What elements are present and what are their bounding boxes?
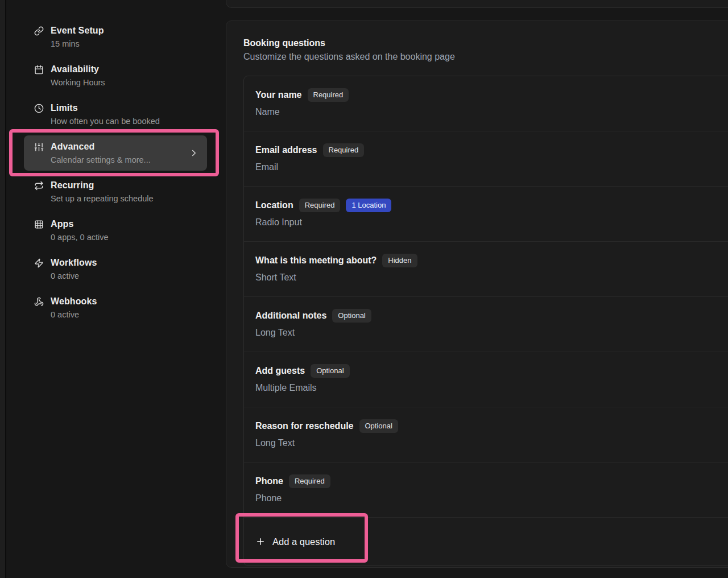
sidebar-item-workflows[interactable]: Workflows 0 active [24, 251, 207, 287]
question-row[interactable]: Email address Required Email [244, 131, 728, 187]
event-type-sidebar: Event Setup 15 mins Availability Working… [7, 0, 222, 578]
sidebar-item-label: Apps [51, 219, 73, 229]
question-label: What is this meeting about? [255, 254, 377, 267]
previous-section-card [226, 0, 728, 8]
question-status-badge: Hidden [382, 254, 417, 267]
sidebar-item-subtitle: 0 apps, 0 active [51, 231, 199, 243]
sidebar-item-label: Limits [51, 103, 78, 113]
sidebar-item-advanced[interactable]: Advanced Calendar settings & more... [24, 135, 207, 171]
add-question-button[interactable]: Add a question [255, 536, 335, 547]
question-row[interactable]: Add guests Optional Multiple Emails [244, 352, 728, 407]
sidebar-item-subtitle: 0 active [51, 270, 199, 282]
add-question-label: Add a question [272, 536, 335, 547]
sidebar-item-event-setup[interactable]: Event Setup 15 mins [24, 19, 207, 55]
question-input-type: Short Text [255, 271, 721, 284]
clock-icon [34, 104, 44, 113]
sidebar-item-availability[interactable]: Availability Working Hours [24, 58, 207, 93]
question-row-header: Location Required1 Location [255, 199, 721, 212]
sidebar-item-label: Event Setup [51, 26, 104, 35]
question-label: Phone [255, 474, 283, 488]
question-status-badge: Required [299, 199, 341, 212]
question-row[interactable]: Phone Required Phone [244, 463, 728, 518]
sidebar-item-label: Workflows [51, 258, 97, 267]
question-row[interactable]: Reason for reschedule Optional Long Text [244, 407, 728, 463]
zap-icon [34, 258, 44, 268]
sidebar-item-limits[interactable]: Limits How often you can be booked [24, 97, 207, 132]
grid-icon [34, 220, 44, 229]
question-status-badge: Required [308, 88, 349, 102]
event-type-settings-screen: Event Setup 15 mins Availability Working… [0, 0, 728, 578]
question-row-header: What is this meeting about? Hidden [255, 254, 721, 267]
question-rows-container: Your name Required Name Email address Re… [244, 76, 728, 518]
repeat-icon [34, 181, 44, 191]
sidebar-nav: Event Setup 15 mins Availability Working… [24, 19, 207, 325]
page-left-edge [0, 0, 6, 578]
sidebar-item-recurring[interactable]: Recurring Set up a repeating schedule [24, 174, 207, 209]
webhook-icon [34, 297, 44, 307]
question-label: Add guests [255, 364, 305, 378]
question-row[interactable]: Your name Required Name [244, 76, 728, 131]
sidebar-item-apps[interactable]: Apps 0 apps, 0 active [24, 213, 207, 248]
question-status-badge: Required [323, 143, 365, 157]
question-status-badge: Optional [332, 309, 371, 323]
sidebar-item-webhooks[interactable]: Webhooks 0 active [24, 290, 207, 325]
question-label: Additional notes [255, 309, 326, 323]
question-input-type: Long Text [255, 436, 721, 450]
question-row-header: Your name Required [255, 88, 721, 102]
question-label: Reason for reschedule [255, 419, 354, 433]
sliders-icon [34, 142, 44, 152]
question-status-badge: Optional [359, 419, 398, 433]
sidebar-item-subtitle: 15 mins [51, 38, 199, 50]
question-row-header: Email address Required [255, 143, 721, 157]
sidebar-item-label: Availability [51, 64, 99, 74]
question-row-header: Reason for reschedule Optional [255, 419, 721, 433]
question-row[interactable]: Additional notes Optional Long Text [244, 297, 728, 352]
question-input-type: Multiple Emails [255, 381, 721, 395]
question-input-type: Email [255, 160, 721, 174]
question-input-type: Name [255, 105, 721, 119]
sidebar-item-label: Webhooks [51, 296, 97, 306]
sidebar-item-label: Advanced [51, 142, 94, 151]
question-row[interactable]: What is this meeting about? Hidden Short… [244, 242, 728, 297]
question-input-type: Phone [255, 492, 721, 505]
question-label: Location [255, 199, 293, 212]
location-count-badge: 1 Location [346, 199, 391, 212]
plus-icon [255, 536, 266, 547]
question-input-type: Radio Input [255, 216, 721, 229]
sidebar-item-subtitle: Working Hours [51, 76, 199, 89]
chevron-right-icon [189, 148, 199, 158]
question-row-header: Add guests Optional [255, 364, 721, 378]
question-input-type: Long Text [255, 326, 721, 340]
calendar-icon [34, 65, 44, 75]
question-row[interactable]: Location Required1 Location Radio Input [244, 187, 728, 242]
question-row-header: Phone Required [255, 474, 721, 488]
sidebar-item-subtitle: Set up a repeating schedule [51, 192, 199, 205]
question-list-footer: Add a question [244, 518, 728, 565]
question-list: Your name Required Name Email address Re… [243, 76, 728, 566]
question-label: Your name [255, 88, 302, 102]
question-status-badge: Required [289, 474, 330, 488]
sidebar-item-subtitle: How often you can be booked [51, 115, 199, 127]
sidebar-item-subtitle: 0 active [51, 308, 199, 321]
question-status-badge: Optional [311, 364, 349, 378]
sidebar-item-subtitle: Calendar settings & more... [51, 154, 182, 166]
booking-questions-card: Booking questions Customize the question… [226, 20, 728, 568]
booking-questions-title: Booking questions [243, 36, 728, 50]
sidebar-item-label: Recurring [51, 180, 94, 190]
link-icon [34, 26, 44, 36]
question-label: Email address [255, 143, 317, 157]
question-row-header: Additional notes Optional [255, 309, 721, 323]
booking-questions-subtitle: Customize the questions asked on the boo… [243, 50, 728, 64]
